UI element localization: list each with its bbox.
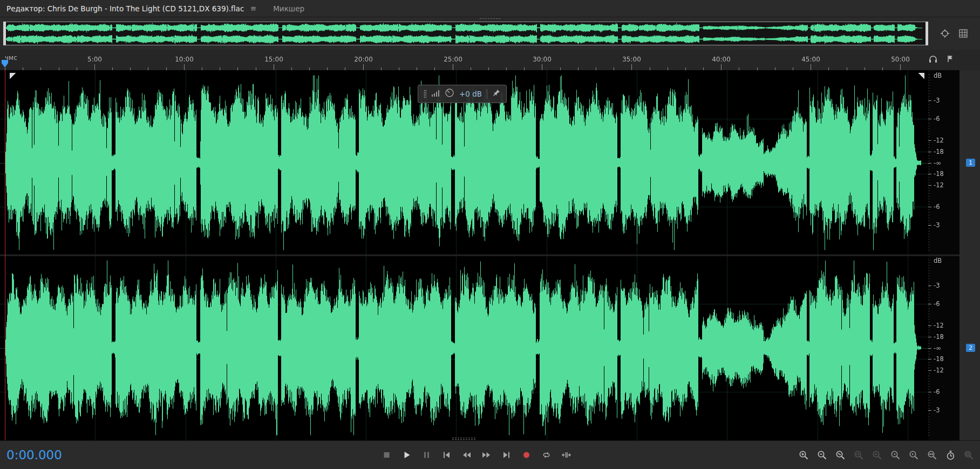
hud-grip-icon: [424, 90, 426, 98]
ruler-right-icons: [921, 50, 980, 70]
hud-separator: [487, 89, 487, 99]
loop-playback-button[interactable]: [540, 448, 553, 461]
skip-to-start-button[interactable]: [440, 448, 453, 461]
gain-knob-icon[interactable]: [445, 88, 454, 100]
waveform-area[interactable]: +0 dB: [0, 70, 928, 440]
stop-button[interactable]: [380, 448, 393, 461]
tab-editor[interactable]: Редактор: Chris De Burgh - Into The Ligh…: [6, 4, 257, 13]
skip-selection-button[interactable]: [560, 448, 573, 461]
waveform-row: +0 dB 1 2: [0, 70, 980, 440]
audio-editor-window: Редактор: Chris De Burgh - Into The Ligh…: [0, 0, 980, 469]
transport-timer-button[interactable]: [944, 449, 956, 461]
marker-flag-icon[interactable]: [947, 55, 954, 65]
pin-hud-icon[interactable]: [492, 89, 501, 99]
pause-button[interactable]: [420, 448, 433, 461]
time-display[interactable]: 0:00.000: [6, 448, 62, 462]
db-scale[interactable]: [928, 70, 959, 440]
level-meter-icon: [431, 89, 440, 99]
rewind-button[interactable]: [460, 448, 473, 461]
overview-navigator[interactable]: [3, 22, 928, 45]
overview-waveform[interactable]: [4, 22, 928, 45]
grid-view-icon[interactable]: [958, 29, 968, 38]
fast-forward-button[interactable]: [480, 448, 493, 461]
spot-select-icon[interactable]: [940, 29, 950, 38]
gain-hud[interactable]: +0 dB: [418, 85, 507, 103]
overview-range-handle-right[interactable]: [925, 22, 928, 45]
record-button[interactable]: [520, 448, 533, 461]
ruler-row: чмс: [0, 50, 980, 70]
timeline-ruler[interactable]: [0, 50, 921, 70]
channel-1-badge[interactable]: 1: [966, 159, 975, 167]
channel-strip: 1 2: [959, 70, 980, 440]
overview-row: [0, 17, 980, 50]
tab-mixer[interactable]: Микшер: [273, 4, 304, 13]
zoom-out-button[interactable]: [816, 449, 828, 461]
db-scale-canvas[interactable]: [928, 70, 959, 440]
zoom-tools: [798, 449, 975, 461]
overview-range-handle-left[interactable]: [3, 22, 6, 45]
tab-mixer-label: Микшер: [273, 4, 304, 13]
panel-menu-icon[interactable]: ≡: [250, 4, 257, 12]
transport-controls: [380, 448, 573, 461]
fade-in-handle[interactable]: [10, 73, 16, 79]
panel-resize-handle[interactable]: [452, 437, 477, 440]
statusbar: 0:00.000: [0, 440, 980, 469]
fade-out-handle[interactable]: [918, 73, 924, 79]
zoom-selection-width-button[interactable]: [926, 449, 938, 461]
zoom-out-point-button[interactable]: [871, 449, 883, 461]
zoom-selection-right-button[interactable]: [908, 449, 920, 461]
waveform-canvas[interactable]: [0, 70, 928, 440]
gain-value-label[interactable]: +0 dB: [459, 90, 482, 98]
overview-side-icons: [928, 29, 980, 38]
channel-2-badge[interactable]: 2: [966, 344, 975, 352]
zoom-to-selection-button[interactable]: [834, 449, 846, 461]
zoom-selection-left-button[interactable]: [889, 449, 901, 461]
monitor-headphone-icon[interactable]: [928, 55, 938, 65]
skip-to-end-button[interactable]: [500, 448, 513, 461]
panel-tabbar: Редактор: Chris De Burgh - Into The Ligh…: [0, 0, 980, 17]
zoom-in-button[interactable]: [798, 449, 809, 461]
play-button[interactable]: [400, 448, 413, 461]
tab-editor-label: Редактор: Chris De Burgh - Into The Ligh…: [6, 4, 244, 13]
zoom-full-button[interactable]: [963, 449, 975, 461]
playhead-marker-triangle: [2, 63, 8, 67]
playhead-marker[interactable]: [2, 60, 8, 67]
playhead-line[interactable]: [5, 70, 5, 440]
panel-splitter-handle[interactable]: [479, 18, 501, 20]
zoom-in-point-button[interactable]: [853, 449, 865, 461]
